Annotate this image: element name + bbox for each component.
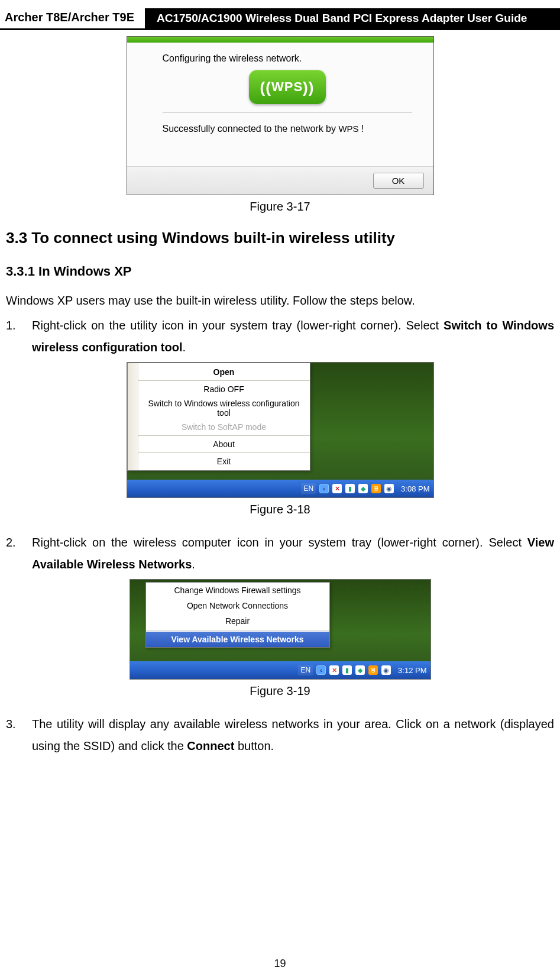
section-3-3-1-heading: 3.3.1 In Windows XP — [6, 264, 554, 279]
menu-separator — [138, 380, 310, 381]
figure-3-17-caption: Figure 3-17 — [6, 200, 554, 214]
wps-button-row: OK — [127, 166, 433, 195]
figure-3-18-caption: Figure 3-18 — [6, 503, 554, 516]
tp-link-utility-icon[interactable]: ◆ — [358, 484, 368, 493]
step-2-number: 2. — [6, 532, 16, 554]
menu-gutter — [128, 363, 138, 470]
header-product: Archer T8E/Archer T9E — [0, 8, 145, 28]
menu-item-open[interactable]: Open — [138, 365, 310, 379]
taskbar-clock[interactable]: 3:08 PM — [401, 484, 429, 493]
wps-badge: ((WPS)) — [249, 70, 326, 104]
taskbar: EN ‹ ✕ ▮ ◆ ⛨ ◉ 3:12 PM — [130, 661, 430, 679]
wps-dialog-header-bar — [127, 37, 433, 43]
taskbar: EN ‹ ✕ ▮ ◆ ⛨ ◉ 3:08 PM — [127, 480, 433, 497]
figure-3-18: Open Radio OFF Switch to Windows wireles… — [6, 362, 554, 516]
menu-item-repair[interactable]: Repair — [146, 613, 329, 629]
header-title: AC1750/AC1900 Wireless Dual Band PCI Exp… — [145, 8, 560, 28]
tray-collapse-icon[interactable]: ‹ — [319, 484, 329, 493]
figure-3-19-caption: Figure 3-19 — [6, 684, 554, 698]
menu-separator — [138, 452, 310, 453]
wps-success-abbr: WPS — [338, 124, 358, 134]
safely-remove-icon[interactable]: ◉ — [384, 484, 394, 493]
section-3-3-heading: 3.3 To connect using Windows built-in wi… — [6, 229, 554, 247]
step-3: 3. The utility will display any availabl… — [6, 713, 554, 757]
figure-3-17: Configuring the wireless network. ((WPS)… — [6, 36, 554, 214]
figure-3-19: Change Windows Firewall settings Open Ne… — [6, 579, 554, 698]
step-3-text-b: button. — [234, 739, 274, 752]
step-3-text-a: The utility will display any available w… — [32, 717, 554, 752]
step-3-bold: Connect — [187, 739, 234, 752]
menu-item-firewall[interactable]: Change Windows Firewall settings — [146, 583, 329, 598]
doc-header: Archer T8E/Archer T9E AC1750/AC1900 Wire… — [0, 8, 560, 30]
step-2: 2. Right-click on the wireless computer … — [6, 532, 554, 575]
menu-item-softap: Switch to SoftAP mode — [138, 420, 310, 434]
signal-bars-icon[interactable]: ▮ — [345, 484, 355, 493]
wps-waves-right-icon: )) — [303, 70, 314, 105]
language-indicator[interactable]: EN — [298, 665, 313, 675]
step-3-number: 3. — [6, 713, 16, 735]
menu-item-radio-off[interactable]: Radio OFF — [138, 382, 310, 396]
wps-waves-left-icon: (( — [260, 70, 271, 105]
tray-collapse-icon[interactable]: ‹ — [316, 665, 326, 675]
step-1: 1. Right-click on the utility icon in yo… — [6, 315, 554, 358]
security-shield-icon[interactable]: ⛨ — [371, 484, 381, 493]
step-1-text-b: . — [182, 341, 186, 354]
ok-button[interactable]: OK — [373, 173, 424, 189]
safely-remove-icon[interactable]: ◉ — [381, 665, 391, 675]
wps-success-prefix: Successfully connected to the network by — [163, 124, 339, 134]
step-2-text-a: Right-click on the wireless computer ico… — [32, 536, 527, 549]
security-shield-icon[interactable]: ⛨ — [368, 665, 378, 675]
menu-separator — [138, 435, 310, 436]
taskbar-clock[interactable]: 3:12 PM — [398, 666, 426, 675]
menu-item-view-networks[interactable]: View Available Wireless Networks — [146, 632, 329, 647]
intro-paragraph: Windows XP users may use the built-in wi… — [6, 290, 554, 311]
step-1-text-a: Right-click on the utility icon in your … — [32, 319, 444, 332]
tp-link-utility-icon[interactable]: ◆ — [355, 665, 365, 675]
tray-context-menu: Open Radio OFF Switch to Windows wireles… — [127, 363, 310, 471]
network-context-menu: Change Windows Firewall settings Open Ne… — [145, 582, 330, 648]
menu-item-open-network[interactable]: Open Network Connections — [146, 598, 329, 613]
menu-separator — [146, 630, 329, 630]
wps-success-tail: ! — [359, 124, 364, 134]
menu-item-switch-tool[interactable]: Switch to Windows wireless configuration… — [138, 396, 310, 420]
menu-item-exit[interactable]: Exit — [138, 454, 310, 468]
divider — [163, 112, 412, 113]
wps-dialog: Configuring the wireless network. ((WPS)… — [127, 36, 434, 195]
language-indicator[interactable]: EN — [301, 483, 316, 494]
signal-bars-icon[interactable]: ▮ — [342, 665, 352, 675]
wps-status-text: Configuring the wireless network. — [163, 53, 412, 64]
wps-success-text: Successfully connected to the network by… — [163, 124, 412, 158]
step-2-text-b: . — [192, 558, 195, 571]
wifi-disconnected-icon[interactable]: ✕ — [332, 484, 342, 493]
wifi-disconnected-icon[interactable]: ✕ — [329, 665, 339, 675]
menu-item-about[interactable]: About — [138, 437, 310, 451]
page-number: 19 — [0, 958, 560, 970]
step-1-number: 1. — [6, 315, 16, 337]
wps-badge-text: WPS — [271, 79, 303, 94]
